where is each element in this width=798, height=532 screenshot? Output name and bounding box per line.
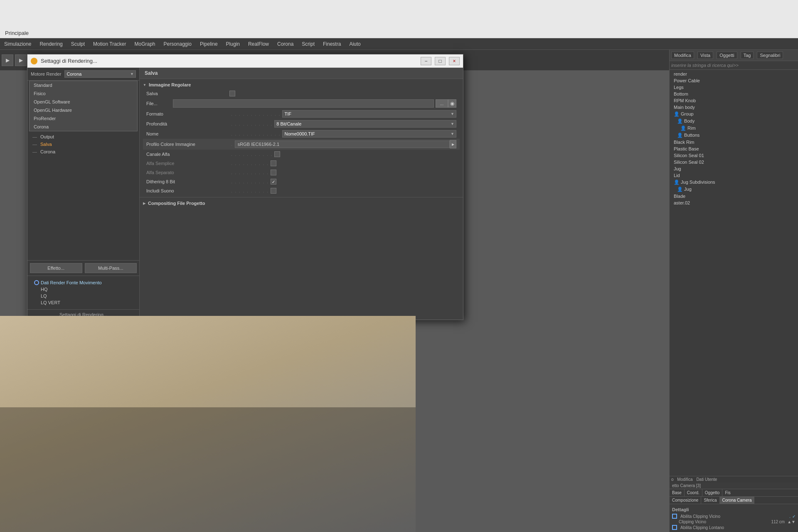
menu-personaggio[interactable]: Personaggio	[160, 39, 196, 49]
nav-salva[interactable]: — Salva	[29, 140, 138, 148]
section-header-compositing[interactable]: ▶ Compositing File Progetto	[143, 199, 460, 207]
menu-realflow[interactable]: RealFlow	[244, 39, 273, 49]
alfa-separato-checkbox[interactable]	[271, 170, 276, 175]
menu-rendering[interactable]: Rendering	[35, 39, 66, 49]
clipping-vicino-spinner[interactable]: ▲▼	[787, 520, 796, 524]
profondita-select[interactable]: 8 Bit/Canale ▼	[274, 120, 456, 128]
tab-coord[interactable]: Coord.	[685, 489, 702, 496]
right-panel-header: Modifica Vista Oggetti Tag Segnalibri	[670, 50, 798, 61]
menu-mograph[interactable]: MoGraph	[130, 39, 159, 49]
section-header-immagine[interactable]: ▼ Immagine Regolare	[143, 81, 460, 89]
menu-script[interactable]: Script	[298, 39, 319, 49]
list-item[interactable]: Bottom	[670, 91, 797, 97]
btn-modifica[interactable]: Modifica	[671, 52, 694, 59]
list-item[interactable]: Jug	[670, 165, 797, 172]
sub-tabs: Composizione Sferica Corona Camera	[670, 497, 798, 504]
effetto-button[interactable]: Effetto...	[30, 263, 82, 273]
close-button[interactable]: ×	[449, 57, 460, 65]
list-item[interactable]: Silicon Seal 01	[670, 152, 797, 159]
list-item[interactable]: 👤 Group	[670, 111, 797, 118]
dropdown-corona[interactable]: Corona	[30, 123, 137, 131]
render-set-main[interactable]: Dati Render Fonte Movimento	[31, 279, 136, 286]
radio-icon2	[672, 525, 677, 530]
render-sets-list: Dati Render Fonte Movimento HQ LQ LQ VER…	[29, 278, 138, 308]
dropdown-opengl-hardware[interactable]: OpenGL Hardware	[30, 106, 137, 114]
dropdown-prorender[interactable]: ProRender	[30, 114, 137, 123]
menu-corona[interactable]: Corona	[273, 39, 298, 49]
dropdown-fisico[interactable]: Fisico	[30, 89, 137, 98]
tab-o[interactable]: o	[671, 477, 674, 482]
list-item[interactable]: aster.02	[670, 200, 797, 206]
list-item[interactable]: render	[670, 71, 797, 77]
menu-finestra[interactable]: Finestra	[319, 39, 345, 49]
tab-dati-utente[interactable]: Dati Utente	[696, 477, 717, 482]
clipping-vicino-row: Clipping Vicino 112 cm ▲▼	[672, 519, 796, 525]
list-item[interactable]: RPM Knob	[670, 97, 797, 104]
list-item[interactable]: Blade	[670, 193, 797, 200]
formato-dropdown-icon: ▼	[451, 112, 454, 116]
abilita-clipping-lontano-label: Abilita Clipping Lontano	[680, 525, 796, 530]
list-item[interactable]: Main body	[670, 104, 797, 111]
menu-plugin[interactable]: Plugin	[222, 39, 244, 49]
list-item[interactable]: 👤 Rim	[670, 125, 797, 132]
abilita-clipping-vicino-check[interactable]: ✓	[792, 514, 796, 519]
salva-label: Salva	[146, 91, 229, 96]
tab-oggetto[interactable]: Oggetto	[702, 489, 723, 496]
render-set-hq[interactable]: HQ	[31, 286, 136, 293]
tab-sferica[interactable]: Sferica	[701, 497, 719, 504]
maximize-button[interactable]: □	[435, 57, 446, 65]
file-browse-button[interactable]: ...	[436, 99, 448, 108]
render2-icon[interactable]: ▶	[15, 54, 27, 66]
render-set-lq[interactable]: LQ	[31, 293, 136, 299]
list-item[interactable]: Black Rim	[670, 139, 797, 145]
list-item[interactable]: Power Cable	[670, 77, 797, 84]
render-engine-select[interactable]: Corona ▼	[64, 70, 136, 78]
dropdown-opengl-software[interactable]: OpenGL Software	[30, 98, 137, 106]
list-item[interactable]: 👤 Jug	[670, 186, 797, 193]
btn-segnalibri[interactable]: Segnalibri	[757, 52, 783, 59]
alfa-separato-dots: . . . . . . . . . .	[229, 170, 271, 175]
tab-modifica[interactable]: Modifica	[677, 477, 692, 482]
salva-checkbox[interactable]	[229, 91, 235, 96]
minimize-button[interactable]: −	[421, 57, 431, 65]
dropdown-standard[interactable]: Standard	[30, 81, 137, 89]
menu-aiuto[interactable]: Aiuto	[345, 39, 365, 49]
objects-list: render Power Cable Legs Bottom RPM Knob …	[670, 70, 798, 476]
tab-corona-camera[interactable]: Corona Camera	[720, 497, 754, 504]
canale-alfa-checkbox[interactable]	[274, 151, 280, 157]
menu-motion-tracker[interactable]: Motion Tracker	[89, 39, 130, 49]
includi-suono-checkbox[interactable]	[271, 188, 276, 194]
clipping-vicino-value[interactable]: 112 cm	[771, 520, 785, 524]
list-item[interactable]: Plastic Base	[670, 145, 797, 152]
file-icon[interactable]: ◉	[448, 99, 456, 108]
list-item[interactable]: 👤 Jug Subdivisions	[670, 179, 797, 186]
list-item[interactable]: Silicon Seal 02	[670, 159, 797, 165]
list-item[interactable]: Lid	[670, 172, 797, 179]
menu-pipeline[interactable]: Pipeline	[196, 39, 222, 49]
formato-select[interactable]: TIF ▼	[282, 110, 456, 118]
nav-output[interactable]: — Output	[29, 133, 138, 140]
btn-tag[interactable]: Tag	[741, 52, 754, 59]
btn-oggetti[interactable]: Oggetti	[717, 52, 737, 59]
profilo-arrow[interactable]: ▶	[450, 140, 456, 148]
btn-vista[interactable]: Vista	[697, 52, 713, 59]
menu-sculpt[interactable]: Sculpt	[67, 39, 89, 49]
tab-composizione[interactable]: Composizione	[670, 497, 701, 504]
render-icon[interactable]: ▶	[2, 54, 13, 66]
tab-base[interactable]: Base	[670, 489, 685, 496]
search-bar[interactable]: inserire la stringa di ricerca qui>>	[670, 61, 798, 70]
list-item[interactable]: Legs	[670, 84, 797, 91]
profilo-value[interactable]: sRGB IEC61966-2.1	[235, 140, 450, 148]
file-input[interactable]	[173, 99, 434, 108]
list-item[interactable]: 👤 Buttons	[670, 132, 797, 139]
alfa-semplice-checkbox[interactable]	[271, 160, 276, 166]
multi-pass-button[interactable]: Multi-Pass...	[85, 263, 137, 273]
nav-corona[interactable]: — Corona	[29, 148, 138, 155]
render-set-lq-vert[interactable]: LQ VERT	[31, 299, 136, 306]
tab-fis[interactable]: Fis	[722, 489, 733, 496]
nome-select[interactable]: Nome0000.TIF ▼	[282, 130, 456, 138]
list-item[interactable]: 👤 Body	[670, 118, 797, 125]
menu-simulazione[interactable]: Simulazione	[0, 39, 35, 49]
clipping-vicino-label: Clipping Vicino	[672, 520, 769, 524]
dithering-checkbox[interactable]: ✓	[271, 179, 276, 185]
